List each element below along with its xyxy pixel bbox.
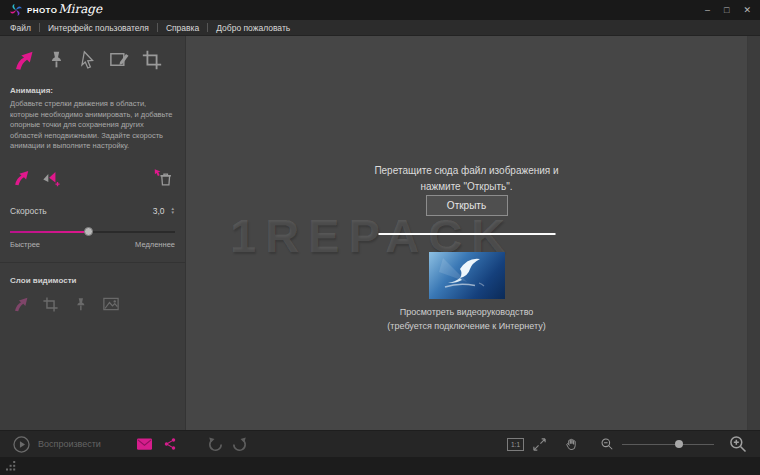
play-label: Воспроизвести bbox=[38, 439, 101, 449]
brand-photo-text: PHOTO bbox=[27, 6, 57, 15]
panel-divider bbox=[0, 262, 185, 263]
arrows-layer-icon bbox=[12, 295, 30, 313]
divider-line bbox=[378, 233, 555, 235]
cursor-arrow-icon bbox=[77, 49, 99, 71]
animation-arrow-tool[interactable] bbox=[10, 46, 37, 73]
visibility-layers-title: Слои видимости bbox=[10, 276, 175, 285]
app-window: PHOTO Mirage – □ ✕ Файл Интерфейс пользо… bbox=[0, 0, 760, 475]
duplicate-arrow-tool[interactable] bbox=[38, 166, 61, 189]
diving-bird-image bbox=[429, 252, 505, 299]
drop-instruction-line1: Перетащите сюда файл изображения и bbox=[186, 163, 747, 179]
add-arrow-tool[interactable] bbox=[10, 166, 33, 189]
arrows-visibility-toggle[interactable] bbox=[10, 294, 31, 315]
undo-icon bbox=[207, 436, 224, 453]
animation-description: Добавьте стрелки движения в области, кот… bbox=[10, 99, 174, 152]
titlebar: PHOTO Mirage – □ ✕ bbox=[0, 0, 760, 20]
main-content: Анимация: Добавьте стрелки движения в об… bbox=[0, 36, 760, 430]
zoom-in-icon bbox=[728, 434, 748, 454]
app-logo: PHOTO Mirage bbox=[9, 3, 102, 17]
redo-icon bbox=[231, 436, 248, 453]
drop-instruction-line2: нажмите "Открыть". bbox=[186, 179, 747, 195]
slower-label: Медленнее bbox=[135, 240, 175, 249]
speed-label: Скорость bbox=[10, 206, 47, 216]
anchor-layer-icon bbox=[72, 296, 89, 313]
hand-icon bbox=[564, 437, 579, 452]
tutorial-video-thumbnail[interactable] bbox=[429, 252, 505, 299]
crop-layer-icon bbox=[42, 296, 59, 313]
share-nodes-icon bbox=[163, 437, 177, 451]
image-layer-icon bbox=[102, 295, 120, 313]
brand-mirage-text: Mirage bbox=[58, 2, 102, 16]
spinner-down-icon[interactable]: ▼ bbox=[171, 211, 175, 215]
speed-spinner: ▲ ▼ bbox=[171, 207, 175, 215]
motion-arrow-icon bbox=[12, 48, 36, 72]
mask-tool[interactable] bbox=[106, 46, 133, 73]
menu-user-interface[interactable]: Интерфейс пользователя bbox=[46, 23, 151, 33]
crop-visibility-toggle[interactable] bbox=[40, 294, 61, 315]
social-share-button[interactable] bbox=[163, 437, 177, 451]
duplicate-arrow-icon bbox=[40, 167, 60, 187]
mask-brush-icon bbox=[108, 48, 131, 71]
anchor-point-tool[interactable] bbox=[42, 46, 69, 73]
close-button[interactable]: ✕ bbox=[743, 6, 751, 15]
trash-arrow-icon bbox=[153, 167, 174, 188]
left-tool-panel: Анимация: Добавьте стрелки движения в об… bbox=[0, 36, 186, 430]
play-icon bbox=[12, 435, 31, 454]
pan-hand-button[interactable] bbox=[564, 437, 579, 452]
zoom-out-button[interactable] bbox=[600, 437, 614, 451]
anchor-pin-icon bbox=[45, 49, 67, 71]
select-tool[interactable] bbox=[74, 46, 101, 73]
add-arrow-icon bbox=[12, 168, 31, 187]
undo-button[interactable] bbox=[207, 436, 224, 453]
menubar: Файл Интерфейс пользователя Справка Добр… bbox=[0, 20, 760, 36]
menu-separator bbox=[157, 23, 158, 32]
resize-grip[interactable] bbox=[6, 461, 16, 471]
right-edge-strip bbox=[747, 36, 760, 430]
faster-label: Быстрее bbox=[10, 240, 40, 249]
play-control[interactable]: Воспроизвести bbox=[12, 435, 101, 454]
animation-section-title: Анимация: bbox=[10, 86, 175, 95]
zoom-slider-thumb[interactable] bbox=[675, 440, 683, 448]
fit-to-screen-button[interactable] bbox=[532, 437, 547, 452]
delete-arrows-button[interactable] bbox=[152, 166, 175, 189]
envelope-icon bbox=[137, 438, 152, 450]
speed-slider[interactable] bbox=[10, 227, 175, 236]
minimize-button[interactable]: – bbox=[705, 6, 710, 15]
zoom-tools: 1:1 bbox=[507, 434, 748, 454]
zoom-in-button[interactable] bbox=[728, 434, 748, 454]
zoom-slider-track[interactable] bbox=[622, 444, 714, 446]
email-share-button[interactable] bbox=[137, 438, 152, 450]
actual-size-button[interactable]: 1:1 bbox=[507, 438, 524, 451]
fit-screen-icon bbox=[532, 437, 547, 452]
speed-slider-thumb[interactable] bbox=[84, 227, 93, 236]
tutorial-caption-line1: Просмотреть видеоруководство bbox=[186, 306, 747, 320]
main-tools-row bbox=[10, 46, 175, 73]
logo-swirl-icon bbox=[9, 3, 23, 17]
zoom-slider[interactable] bbox=[622, 439, 714, 449]
statusbar bbox=[0, 457, 760, 475]
tutorial-caption-line2: (требуется подключение к Интернету) bbox=[186, 320, 747, 334]
visibility-layers-row bbox=[10, 294, 175, 315]
speed-row: Скорость 3,0 ▲ ▼ bbox=[10, 206, 175, 216]
anchors-visibility-toggle[interactable] bbox=[70, 294, 91, 315]
maximize-button[interactable]: □ bbox=[724, 6, 729, 15]
zoom-out-icon bbox=[600, 437, 614, 451]
redo-button[interactable] bbox=[231, 436, 248, 453]
menu-help[interactable]: Справка bbox=[164, 23, 201, 33]
crop-tool[interactable] bbox=[138, 46, 165, 73]
image-visibility-toggle[interactable] bbox=[100, 294, 121, 315]
menu-separator bbox=[39, 23, 40, 32]
menu-file[interactable]: Файл bbox=[8, 23, 33, 33]
arrow-actions-row bbox=[10, 166, 175, 189]
tutorial-caption: Просмотреть видеоруководство (требуется … bbox=[186, 306, 747, 333]
window-controls: – □ ✕ bbox=[705, 6, 751, 15]
bottom-toolbar: Воспроизвести bbox=[0, 430, 760, 457]
speed-slider-fill bbox=[10, 231, 88, 233]
speed-slider-labels: Быстрее Медленнее bbox=[10, 240, 175, 249]
open-button[interactable]: Открыть bbox=[426, 195, 508, 216]
menu-welcome[interactable]: Добро пожаловать bbox=[214, 23, 292, 33]
drop-instruction: Перетащите сюда файл изображения и нажми… bbox=[186, 163, 747, 194]
canvas-drop-zone[interactable]: 1REPACK Перетащите сюда файл изображения… bbox=[186, 36, 747, 430]
speed-value-input[interactable]: 3,0 bbox=[153, 206, 165, 216]
menu-separator bbox=[207, 23, 208, 32]
